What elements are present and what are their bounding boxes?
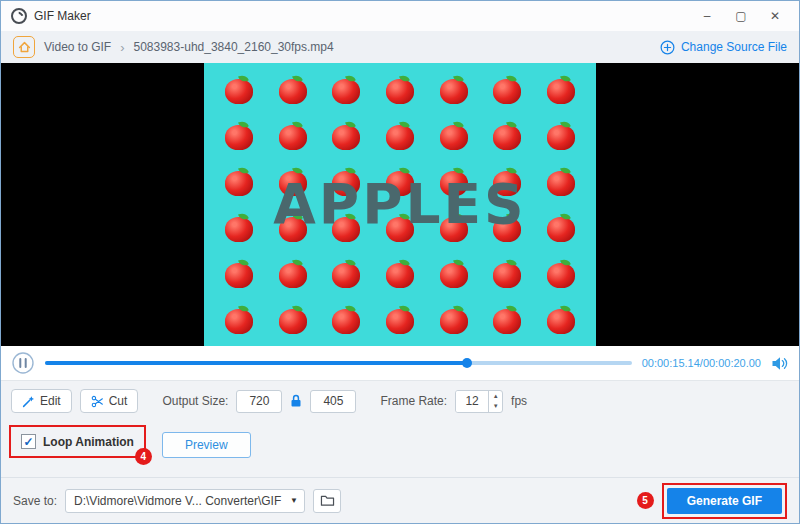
breadcrumb-root[interactable]: Video to GIF (44, 40, 111, 54)
progress-thumb[interactable] (462, 358, 472, 368)
maximize-button[interactable]: ▢ (727, 5, 755, 27)
browse-folder-button[interactable] (313, 489, 341, 513)
cut-button[interactable]: Cut (80, 389, 139, 413)
loop-animation-label: Loop Animation (43, 435, 134, 449)
step-5-badge: 5 (637, 492, 654, 509)
current-time: 00:00:15.14 (642, 357, 700, 369)
apple-icon (439, 305, 469, 334)
apple-icon (439, 121, 469, 150)
frame-rate-decrement[interactable]: ▼ (489, 401, 502, 412)
controls-panel: Edit Cut Output Size: Frame Rate: (1, 380, 799, 477)
volume-icon[interactable] (771, 356, 789, 371)
progress-fill (45, 361, 467, 365)
loop-animation-checkbox[interactable]: ✓ (21, 434, 36, 449)
apple-icon (224, 121, 254, 150)
apple-icon (278, 259, 308, 288)
generate-area: 5 Generate GIF (637, 483, 787, 519)
titlebar: GIF Maker – ▢ ✕ (1, 1, 799, 31)
breadcrumb-bar: Video to GIF › 5083983-uhd_3840_2160_30f… (1, 31, 799, 63)
apple-icon (224, 167, 254, 196)
change-source-file-label: Change Source File (681, 40, 787, 54)
apple-icon (546, 259, 576, 288)
home-button[interactable] (13, 36, 35, 58)
apple-icon (546, 213, 576, 242)
frame-rate-input[interactable] (456, 391, 488, 412)
apple-icon (331, 305, 361, 334)
window-controls: – ▢ ✕ (693, 5, 789, 27)
window-title: GIF Maker (34, 9, 91, 23)
edit-button[interactable]: Edit (11, 389, 72, 413)
apple-icon (439, 75, 469, 104)
save-path-select[interactable]: D:\Vidmore\Vidmore V... Converter\GIF Ma… (65, 489, 305, 513)
output-size-label: Output Size: (162, 394, 228, 408)
minimize-button[interactable]: – (693, 5, 721, 27)
close-button[interactable]: ✕ (761, 5, 789, 27)
fps-label: fps (511, 394, 527, 408)
apple-icon (385, 305, 415, 334)
change-source-file-button[interactable]: Change Source File (660, 40, 787, 55)
total-duration: 00:00:20.00 (703, 357, 761, 369)
apple-icon (492, 305, 522, 334)
frame-rate-increment[interactable]: ▲ (489, 391, 502, 402)
loop-animation-annotation-box: ✓ Loop Animation 4 (9, 425, 146, 458)
step-4-badge: 4 (135, 448, 152, 465)
folder-icon (320, 494, 335, 507)
scissors-icon (91, 395, 104, 408)
cut-button-label: Cut (109, 394, 128, 408)
apple-icon (546, 121, 576, 150)
save-path-dropdown-caret-icon[interactable]: ▼ (284, 490, 304, 512)
apple-icon (546, 167, 576, 196)
progress-slider[interactable] (45, 352, 632, 374)
apple-icon (331, 75, 361, 104)
save-path-value: D:\Vidmore\Vidmore V... Converter\GIF Ma… (66, 494, 284, 508)
preview-button[interactable]: Preview (162, 432, 251, 458)
edit-button-label: Edit (40, 394, 61, 408)
apple-icon (224, 75, 254, 104)
apple-icon (492, 75, 522, 104)
toolbar-row: Edit Cut Output Size: Frame Rate: (1, 381, 799, 417)
home-icon (18, 41, 31, 54)
apple-icon (492, 121, 522, 150)
apple-icon (546, 75, 576, 104)
apple-icon (224, 259, 254, 288)
save-to-label: Save to: (13, 494, 57, 508)
aspect-lock-icon[interactable] (290, 394, 302, 408)
breadcrumb-separator-icon: › (120, 40, 124, 55)
apple-icon (224, 305, 254, 334)
frame-rate-label: Frame Rate: (380, 394, 447, 408)
apple-icon (546, 305, 576, 334)
frame-rate-spinner: ▲ ▼ (488, 391, 502, 412)
apple-icon (278, 305, 308, 334)
gif-maker-window: GIF Maker – ▢ ✕ Video to GIF › 5083983-u… (0, 0, 800, 524)
player-bar: 00:00:15.14/00:00:20.00 (1, 346, 799, 380)
apple-icon (331, 121, 361, 150)
pause-icon (12, 352, 34, 374)
apple-icon (385, 75, 415, 104)
apple-icon (439, 259, 469, 288)
plus-circle-icon (660, 40, 675, 55)
time-display: 00:00:15.14/00:00:20.00 (642, 357, 761, 369)
video-frame[interactable]: APPLES (204, 63, 596, 346)
loop-row: ✓ Loop Animation 4 Preview (1, 417, 799, 458)
checkbox-check-icon: ✓ (23, 435, 33, 449)
apple-icon (385, 259, 415, 288)
apple-icon (331, 259, 361, 288)
output-height-input[interactable] (310, 390, 356, 413)
output-width-input[interactable] (236, 390, 282, 413)
frame-rate-field: ▲ ▼ (455, 390, 503, 413)
video-preview-area: APPLES (1, 63, 799, 346)
pause-button[interactable] (11, 351, 35, 375)
app-logo-icon (11, 8, 27, 24)
generate-gif-annotation-box: Generate GIF (662, 483, 787, 519)
apple-icon (492, 259, 522, 288)
apple-icon (278, 121, 308, 150)
edit-wand-icon (22, 395, 35, 408)
breadcrumb-filename: 5083983-uhd_3840_2160_30fps.mp4 (134, 40, 334, 54)
apple-icon (278, 75, 308, 104)
bottom-bar: Save to: D:\Vidmore\Vidmore V... Convert… (1, 477, 799, 523)
apple-icon (224, 213, 254, 242)
video-overlay-text: APPLES (273, 171, 526, 235)
apple-icon (385, 121, 415, 150)
generate-gif-button[interactable]: Generate GIF (667, 488, 782, 514)
